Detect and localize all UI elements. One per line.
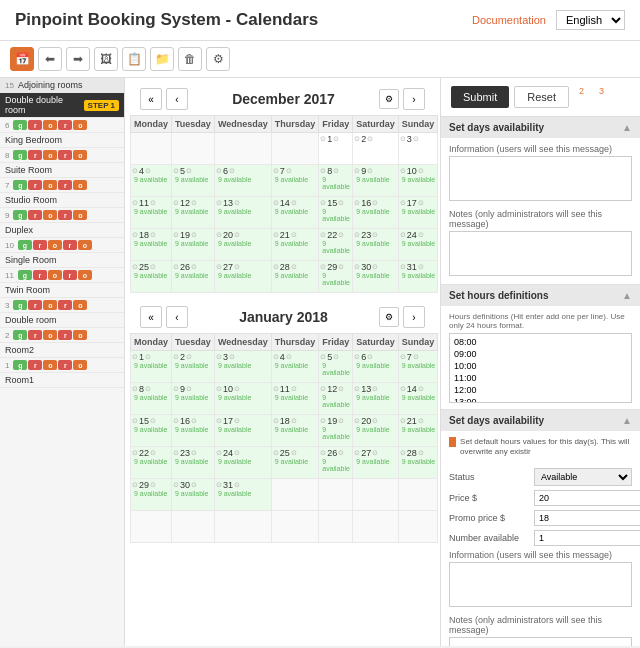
table-row[interactable]: ⊙ 14 ⊙ 9 available bbox=[398, 383, 438, 415]
table-row[interactable]: ⊙ 21 ⊙ 9 available bbox=[271, 229, 319, 261]
table-row[interactable]: ⊙ 13 ⊙ 9 available bbox=[214, 197, 271, 229]
num-avail-input[interactable] bbox=[534, 530, 640, 546]
table-row[interactable]: ⊙ 7 ⊙ 9 available bbox=[398, 351, 438, 383]
toolbar-back-icon[interactable]: ⬅ bbox=[38, 47, 62, 71]
promo-input[interactable] bbox=[534, 510, 640, 526]
toolbar-view-icon[interactable]: 🖼 bbox=[94, 47, 118, 71]
table-row[interactable]: ⊙ 15 ⊙ 9 available bbox=[131, 415, 172, 447]
sidebar-item-single[interactable]: Single Room bbox=[0, 253, 124, 268]
table-row[interactable]: ⊙ 24 ⊙ 9 available bbox=[214, 447, 271, 479]
cal-jan-prev-month-btn[interactable]: ‹ bbox=[166, 306, 188, 328]
sidebar-item-6[interactable]: 6 g r o r o bbox=[0, 118, 124, 133]
table-row[interactable]: ⊙ 16 ⊙ 9 available bbox=[353, 197, 399, 229]
set-days-avail-toggle-1[interactable]: ▲ bbox=[622, 122, 632, 133]
toolbar-folder-icon[interactable]: 📁 bbox=[150, 47, 174, 71]
table-row[interactable]: ⊙ 25 ⊙ 9 available bbox=[271, 447, 319, 479]
status-select[interactable]: Available Unavailable bbox=[534, 468, 632, 486]
table-row[interactable]: ⊙ 2 ⊙ 9 available bbox=[172, 351, 215, 383]
price-input[interactable] bbox=[534, 490, 640, 506]
toolbar-calendar-icon[interactable]: 📅 bbox=[10, 47, 34, 71]
table-row[interactable]: ⊙ 3 ⊙ bbox=[398, 133, 438, 165]
sidebar-item-double-room[interactable]: Double room bbox=[0, 313, 124, 328]
table-row[interactable]: ⊙ 23 ⊙ 9 available bbox=[353, 229, 399, 261]
sidebar-item-double-double[interactable]: Double double room STEP 1 bbox=[0, 93, 124, 118]
table-row[interactable]: ⊙ 7 ⊙ 9 available bbox=[271, 165, 319, 197]
sidebar-item-room1[interactable]: Room1 bbox=[0, 373, 124, 388]
table-row[interactable]: ⊙ 16 ⊙ 9 available bbox=[172, 415, 215, 447]
table-row[interactable]: ⊙ 9 ⊙ 9 available bbox=[172, 383, 215, 415]
cal-jan-prev-year-btn[interactable]: « bbox=[140, 306, 162, 328]
table-row[interactable]: ⊙ 25 ⊙ 9 available bbox=[131, 261, 172, 293]
sidebar-item-duplex[interactable]: Duplex bbox=[0, 223, 124, 238]
cal-jan-settings-icon[interactable]: ⚙ bbox=[379, 307, 399, 327]
toolbar-delete-icon[interactable]: 🗑 bbox=[178, 47, 202, 71]
cal-prev-month-btn[interactable]: ‹ bbox=[166, 88, 188, 110]
table-row[interactable]: ⊙ 23 ⊙ 9 available bbox=[172, 447, 215, 479]
table-row[interactable]: ⊙ 19 ⊙ 9 available bbox=[319, 415, 353, 447]
sidebar-item-8[interactable]: 8 g r o r o bbox=[0, 148, 124, 163]
table-row[interactable]: ⊙ 2 ⊙ bbox=[353, 133, 399, 165]
table-row[interactable]: ⊙ 13 ⊙ 9 available bbox=[353, 383, 399, 415]
table-row[interactable]: ⊙ 9 ⊙ 9 available bbox=[353, 165, 399, 197]
table-row[interactable]: ⊙ 12 ⊙ 9 available bbox=[172, 197, 215, 229]
sidebar-item-7[interactable]: 7 g r o r o bbox=[0, 178, 124, 193]
language-select[interactable]: English bbox=[556, 10, 625, 30]
table-row[interactable]: ⊙ 24 ⊙ 9 available bbox=[398, 229, 438, 261]
table-row[interactable]: ⊙ 3 ⊙ 9 available bbox=[214, 351, 271, 383]
cal-jan-next-month-btn[interactable]: › bbox=[403, 306, 425, 328]
cal-settings-icon[interactable]: ⚙ bbox=[379, 89, 399, 109]
table-row[interactable]: ⊙ 27 ⊙ 9 available bbox=[353, 447, 399, 479]
toolbar-settings-icon[interactable]: ⚙ bbox=[206, 47, 230, 71]
table-row[interactable]: ⊙ 27 ⊙ 9 available bbox=[214, 261, 271, 293]
table-row[interactable]: ⊙ 14 ⊙ 9 available bbox=[271, 197, 319, 229]
info-textarea-2[interactable] bbox=[449, 562, 632, 607]
sidebar-item-room2[interactable]: Room2 bbox=[0, 343, 124, 358]
table-row[interactable]: ⊙ 26 ⊙ 9 available bbox=[172, 261, 215, 293]
table-row[interactable]: ⊙ 29 ⊙ 9 available bbox=[131, 479, 172, 511]
table-row[interactable]: ⊙ 8 ⊙ 9 available bbox=[319, 165, 353, 197]
table-row[interactable]: ⊙ 28 ⊙ 9 available bbox=[398, 447, 438, 479]
sidebar-item-9[interactable]: 9 g r o r o bbox=[0, 208, 124, 223]
table-row[interactable]: ⊙ 18 ⊙ 9 available bbox=[271, 415, 319, 447]
table-row[interactable]: ⊙ 31 ⊙ 9 available bbox=[398, 261, 438, 293]
table-row[interactable]: ⊙ 11 ⊙ 9 available bbox=[131, 197, 172, 229]
table-row[interactable]: ⊙ 1 ⊙ bbox=[319, 133, 353, 165]
table-row[interactable]: ⊙ 1 ⊙ 9 available bbox=[131, 351, 172, 383]
table-row[interactable]: ⊙ 6 ⊙ 9 available bbox=[353, 351, 399, 383]
sidebar-item-3[interactable]: 3 g r o r o bbox=[0, 298, 124, 313]
table-row[interactable]: ⊙ 22 ⊙ 9 available bbox=[319, 229, 353, 261]
notes-textarea-1[interactable] bbox=[449, 231, 632, 276]
table-row[interactable]: ⊙ 10 ⊙ 9 available bbox=[398, 165, 438, 197]
table-row[interactable]: ⊙ 30 ⊙ 9 available bbox=[172, 479, 215, 511]
table-row[interactable]: ⊙ 26 ⊙ 9 available bbox=[319, 447, 353, 479]
table-row[interactable]: ⊙ 20 ⊙ 9 available bbox=[353, 415, 399, 447]
table-row[interactable]: ⊙ 30 ⊙ 9 available bbox=[353, 261, 399, 293]
table-row[interactable]: ⊙ 18 ⊙ 9 available bbox=[131, 229, 172, 261]
sidebar-item-suite[interactable]: Suite Room bbox=[0, 163, 124, 178]
sidebar-item-twin[interactable]: Twin Room bbox=[0, 283, 124, 298]
table-row[interactable]: ⊙ 11 ⊙ 9 available bbox=[271, 383, 319, 415]
sidebar-item-2[interactable]: 2 g r o r o bbox=[0, 328, 124, 343]
toolbar-list-icon[interactable]: 📋 bbox=[122, 47, 146, 71]
sidebar-item-studio[interactable]: Studio Room bbox=[0, 193, 124, 208]
table-row[interactable]: ⊙ 5 ⊙ 9 available bbox=[172, 165, 215, 197]
table-row[interactable]: ⊙ 31 ⊙ 9 available bbox=[214, 479, 271, 511]
table-row[interactable]: ⊙ 4 ⊙ 9 available bbox=[131, 165, 172, 197]
info-textarea-1[interactable] bbox=[449, 156, 632, 201]
table-row[interactable]: ⊙ 5 ⊙ 9 available bbox=[319, 351, 353, 383]
sidebar-item-11[interactable]: 11 g r o r o bbox=[0, 268, 124, 283]
table-row[interactable]: ⊙ 12 ⊙ 9 available bbox=[319, 383, 353, 415]
table-row[interactable]: ⊙ 8 ⊙ 9 available bbox=[131, 383, 172, 415]
sidebar-item-1[interactable]: 1 g r o r o bbox=[0, 358, 124, 373]
set-hours-toggle[interactable]: ▲ bbox=[622, 290, 632, 301]
table-row[interactable]: ⊙ 20 ⊙ 9 available bbox=[214, 229, 271, 261]
hours-list[interactable]: 08:00 09:00 10:00 11:00 12:00 13:00 bbox=[449, 333, 632, 403]
table-row[interactable]: ⊙ 19 ⊙ 9 available bbox=[172, 229, 215, 261]
table-row[interactable]: ⊙ 28 ⊙ 9 available bbox=[271, 261, 319, 293]
table-row[interactable]: ⊙ 6 ⊙ 9 available bbox=[214, 165, 271, 197]
table-row[interactable]: ⊙ 29 ⊙ 9 available bbox=[319, 261, 353, 293]
table-row[interactable]: ⊙ 17 ⊙ 9 available bbox=[214, 415, 271, 447]
documentation-link[interactable]: Documentation bbox=[472, 14, 546, 26]
notes-textarea-2[interactable] bbox=[449, 637, 632, 646]
set-days-avail-toggle-2[interactable]: ▲ bbox=[622, 415, 632, 426]
